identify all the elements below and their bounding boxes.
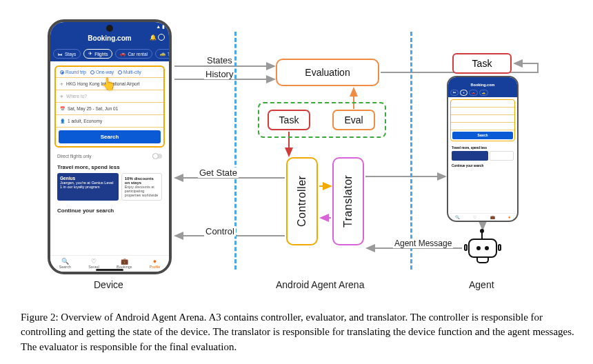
plane-arrive-icon: ✈ [60, 94, 63, 99]
flow-history-label: History [204, 69, 234, 79]
plane-icon: ✈ [88, 51, 92, 57]
direct-flights-toggle[interactable]: Direct flights only [50, 152, 169, 159]
device-column-label: Device [94, 279, 123, 290]
genius-body: Juergen, you're at Genius Level 1 in our… [60, 181, 116, 189]
nav-bookings[interactable]: 💼Bookings [117, 258, 132, 269]
flight-search-card: Round trip One-way Multi-city ✈ HKG Hong… [54, 65, 165, 148]
dates-field[interactable] [451, 115, 514, 123]
device-phone: ▲ ▮ Booking.com 🔔 🛏Stays ✈Flights 🚗Car r… [48, 19, 172, 274]
genius-card[interactable] [452, 151, 488, 161]
tab-stays[interactable]: 🛏Stays [53, 49, 81, 59]
search-icon[interactable]: 🔍 [455, 215, 460, 219]
tab-label: Flights [94, 52, 108, 57]
discount-body: Enjoy discounts at participating propert… [125, 185, 159, 197]
notification-icon[interactable]: 🔔 [150, 34, 157, 41]
briefcase-icon[interactable]: 💼 [490, 215, 495, 219]
flow-states-label: States [205, 55, 234, 65]
from-field[interactable] [451, 100, 514, 108]
profile-icon: ● [150, 258, 161, 265]
category-tabs: 🛏 ✈ 🚗 🚕 [448, 88, 517, 97]
category-tabs: 🛏Stays ✈Flights 🚗Car rental 🚕Ta [50, 46, 169, 61]
dates-field[interactable]: 📅 Sat, May 25 - Sat, Jun 01 [56, 103, 163, 115]
person-icon: 👤 [60, 119, 65, 123]
trip-option-multicity[interactable]: Multi-city [118, 70, 141, 74]
app-title: Booking.com [88, 34, 131, 42]
nav-profile[interactable]: ●Profile [150, 258, 161, 269]
avatar[interactable] [158, 34, 165, 41]
agent-column-label: Agent [469, 279, 494, 290]
profile-icon[interactable]: ● [508, 215, 510, 219]
app-header: Booking.com [448, 81, 517, 88]
tab-taxi[interactable]: 🚕 [479, 90, 488, 96]
from-value: HKG Hong Kong International Airport [66, 81, 140, 86]
passengers-field[interactable] [451, 123, 514, 130]
radio-on-icon [60, 70, 64, 74]
tab-car-rental[interactable]: 🚗 [469, 90, 478, 96]
search-button-label: Search [101, 134, 119, 140]
tab-label: Car rental [128, 52, 148, 57]
direct-flights-label: Direct flights only [57, 154, 92, 159]
search-button[interactable]: Search [452, 132, 513, 139]
camera-notch [106, 25, 113, 32]
translator-label: Translator [342, 175, 354, 228]
passengers-field[interactable]: 👤 1 adult, Economy [56, 115, 163, 128]
calendar-icon: 📅 [60, 106, 65, 111]
search-icon: 🔍 [59, 258, 71, 265]
agent-phone: Booking.com 🛏 ✈ 🚗 🚕 Search Travel more, … [447, 76, 519, 222]
briefcase-icon: 💼 [117, 258, 132, 265]
eval-badge-label: Eval [344, 114, 363, 125]
radio-off-icon [90, 70, 94, 74]
promo-cards: Genius Juergen, you're at Genius Level 1… [50, 172, 169, 202]
dates-value: Sat, May 25 - Sat, Jun 01 [68, 106, 118, 111]
tab-flights[interactable]: ✈ [460, 90, 468, 96]
flight-search-card: Search [450, 99, 515, 141]
to-field[interactable]: ✈ Where to? [56, 90, 163, 103]
section-continue-search: Continue your search [448, 161, 517, 168]
nav-saved[interactable]: ♡Saved [88, 258, 99, 269]
translator-module: Translator [332, 157, 364, 245]
agent-task-badge: Task [452, 53, 512, 74]
trip-type-options: Round trip One-way Multi-city [56, 67, 163, 78]
evaluation-label: Evaluation [305, 67, 350, 78]
from-field[interactable]: ✈ HKG Hong Kong International Airport 👆 [56, 78, 163, 90]
radio-off-icon [118, 70, 122, 74]
tab-taxi[interactable]: 🚕Ta [155, 49, 172, 59]
car-icon: 🚗 [120, 51, 125, 57]
option-label: Multi-city [123, 70, 141, 74]
search-button-label: Search [477, 134, 488, 137]
evaluation-module: Evaluation [276, 59, 379, 86]
tab-stays[interactable]: 🛏 [450, 90, 459, 96]
agent-task-label: Task [472, 58, 492, 69]
nav-search[interactable]: 🔍Search [59, 258, 71, 269]
tab-label: Ta [168, 52, 172, 57]
to-placeholder: Where to? [66, 94, 87, 99]
taxi-icon: 🚕 [160, 51, 165, 57]
option-label: One-way [96, 70, 114, 74]
tab-car-rental[interactable]: 🚗Car rental [115, 49, 152, 59]
controller-label: Controller [296, 176, 308, 227]
genius-title: Genius [60, 176, 116, 181]
trip-option-oneway[interactable]: One-way [90, 70, 114, 74]
discount-card[interactable] [490, 151, 514, 161]
bed-icon: 🛏 [58, 52, 63, 57]
arena-column-label: Android Agent Arena [276, 279, 364, 290]
home-indicator [96, 269, 123, 271]
search-button[interactable]: Search [59, 130, 161, 143]
discount-card[interactable]: 10% discounts on stays Enjoy discounts a… [121, 173, 162, 201]
section-travel-more: Travel more, spend less [448, 143, 517, 150]
tab-flights[interactable]: ✈Flights [83, 49, 112, 59]
heart-icon: ♡ [88, 258, 99, 265]
trip-option-round[interactable]: Round trip [60, 70, 86, 74]
task-badge: Task [268, 110, 310, 130]
to-field[interactable] [451, 108, 514, 115]
agent-robot-icon [464, 230, 501, 266]
nav-label: Profile [150, 265, 161, 269]
section-continue-search: Continue your search [50, 202, 169, 215]
heart-icon[interactable]: ♡ [473, 215, 476, 219]
flow-control-label: Control [204, 226, 236, 236]
flow-agent-message-label: Agent Message [393, 239, 453, 248]
genius-card[interactable]: Genius Juergen, you're at Genius Level 1… [57, 173, 119, 201]
tab-label: Stays [65, 52, 76, 57]
figure-caption: Figure 2: Overview of Android Agent Aren… [21, 310, 583, 354]
passengers-value: 1 adult, Economy [68, 119, 102, 123]
